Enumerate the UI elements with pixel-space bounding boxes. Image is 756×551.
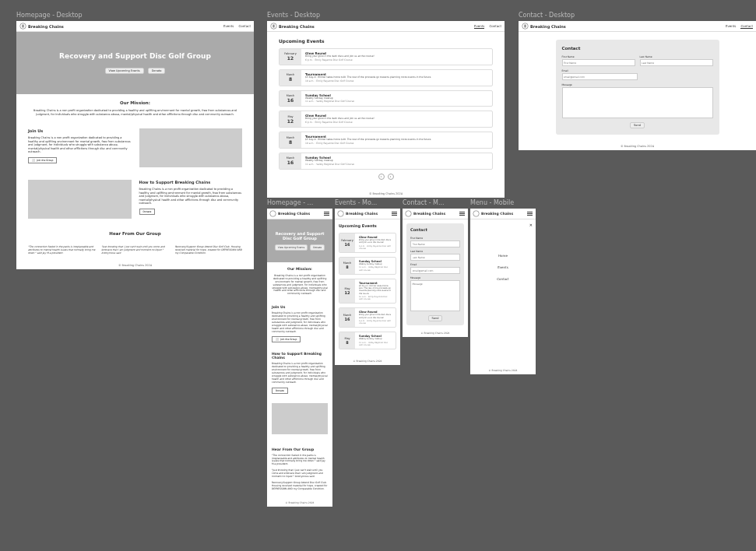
- contact-heading: Contact: [562, 46, 713, 51]
- event-date: March16: [280, 91, 301, 107]
- header: Breaking Chains Events Contact: [519, 21, 756, 32]
- send-button[interactable]: Send: [428, 315, 443, 321]
- last-name-label: Last Name: [640, 55, 713, 58]
- prev-page-button[interactable]: ‹: [378, 174, 385, 180]
- last-name-label: Last Name: [410, 250, 460, 253]
- hero-title: Recovery and Support Disc Golf Group: [271, 231, 329, 240]
- menu-button[interactable]: [324, 211, 330, 217]
- artboard-label: Contact - Desktop: [519, 12, 756, 19]
- event-date: February12: [280, 49, 301, 65]
- footer: © Breaking Chains 2024: [16, 261, 254, 269]
- donate-button[interactable]: Donate: [148, 68, 166, 74]
- event-card[interactable]: March16Glow RoundBring your glow in the …: [339, 307, 396, 328]
- menu-item-events[interactable]: Events: [498, 265, 508, 269]
- close-icon[interactable]: ✕: [529, 223, 533, 227]
- testimonial: Recovery/Support Group Attend Disc Golf …: [175, 246, 242, 255]
- event-info: Glow RoundBring your glow in the dark di…: [355, 233, 396, 252]
- event-card[interactable]: February16Glow RoundBring your glow in t…: [339, 233, 396, 253]
- testimonial: "Just knowing that I just can't wait unt…: [272, 469, 328, 479]
- brand[interactable]: Breaking Chains: [473, 210, 513, 217]
- view-events-button[interactable]: View Upcoming Events: [275, 244, 308, 251]
- event-card[interactable]: May8Sunday SchoolWeekly Sunday meetup11 …: [339, 332, 396, 349]
- nav-contact[interactable]: Contact: [489, 24, 501, 29]
- join-section: Join Us Breaking Chains is a non profit …: [16, 122, 254, 174]
- email-input[interactable]: [562, 73, 638, 80]
- donate-button[interactable]: Donate: [310, 244, 325, 251]
- brand[interactable]: Breaking Chains: [405, 210, 445, 217]
- join-heading: Join Us: [272, 305, 328, 309]
- logo-icon: [270, 23, 277, 30]
- nav-events[interactable]: Events: [223, 24, 234, 28]
- last-name-input[interactable]: [410, 254, 460, 261]
- join-group-button[interactable]: ⬜Join the Group: [272, 336, 301, 342]
- event-date: March8: [339, 258, 355, 274]
- brand[interactable]: Breaking Chains: [19, 23, 64, 30]
- svg-rect-3: [273, 25, 274, 28]
- send-button[interactable]: Send: [630, 122, 645, 128]
- event-card[interactable]: March16Sunday SchoolWeekly Sunday meetup…: [279, 153, 493, 170]
- logo-icon: [405, 210, 412, 217]
- event-info: Sunday SchoolWeekly Sunday meetup11 a.m.…: [355, 332, 396, 349]
- donate-button[interactable]: Donate: [139, 209, 156, 215]
- testimonial: "The connection fueled in the parks is i…: [28, 246, 95, 255]
- brand[interactable]: Breaking Chains: [270, 23, 315, 30]
- svg-point-8: [406, 211, 412, 217]
- event-card[interactable]: March16Sunday SchoolWeekly Sunday meetup…: [279, 90, 493, 107]
- event-info: Sunday SchoolWeekly Sunday meetup11 a.m.…: [301, 153, 492, 169]
- nav-contact[interactable]: Contact: [238, 24, 251, 28]
- mission-text: Breaking Chains is a non profit organiza…: [272, 275, 328, 296]
- event-card[interactable]: March8Sunday SchoolWeekly Sunday meetup1…: [339, 257, 396, 275]
- brand-text: Breaking Chains: [346, 212, 378, 216]
- first-name-input[interactable]: [562, 59, 635, 66]
- brand[interactable]: Breaking Chains: [269, 210, 310, 217]
- event-desc: Weekly Sunday meetup: [359, 338, 392, 340]
- event-card[interactable]: May12Tournament$5 buy-in. Winner takes h…: [339, 279, 396, 304]
- donate-button[interactable]: Donate: [272, 388, 288, 394]
- event-card[interactable]: February12Glow RoundBring your glow in t…: [279, 48, 493, 65]
- mission-text: Breaking Chains is a non profit organiza…: [28, 109, 242, 116]
- menu-button[interactable]: [392, 211, 398, 217]
- event-card[interactable]: March8Tournament$5 buy-in. Winner takes …: [279, 132, 493, 149]
- event-meta: 6 p.m. · Emily Rayanne Disc Golf Course: [305, 121, 488, 125]
- event-date: May8: [339, 332, 355, 349]
- svg-point-9: [473, 211, 480, 217]
- event-card[interactable]: May12Glow RoundBring your glow in the da…: [279, 111, 493, 128]
- nav-events[interactable]: Events: [726, 24, 737, 29]
- menu-button[interactable]: [459, 211, 466, 217]
- testimonial: "The connection fueled in the parks is i…: [272, 454, 328, 467]
- mission-section: Our Mission: Breaking Chains is a non pr…: [16, 94, 254, 122]
- menu-item-contact[interactable]: Contact: [497, 277, 509, 281]
- view-events-button[interactable]: View Upcoming Events: [105, 68, 144, 74]
- email-input[interactable]: [410, 267, 460, 274]
- message-textarea[interactable]: [562, 87, 713, 118]
- nav: Events Contact: [223, 24, 251, 28]
- artboard-label: Events - Desktop: [267, 12, 505, 19]
- join-heading: Join Us: [28, 128, 132, 133]
- next-page-button[interactable]: ›: [388, 174, 394, 180]
- last-name-input[interactable]: [640, 59, 713, 66]
- artboard-label: Events - Mo...: [335, 199, 400, 206]
- footer: © Breaking Chains 2024: [470, 367, 536, 374]
- brand[interactable]: Breaking Chains: [337, 210, 378, 217]
- hear-heading: Hear From Our Group: [28, 231, 242, 236]
- first-name-input[interactable]: [410, 240, 460, 247]
- nav-contact[interactable]: Contact: [740, 24, 753, 29]
- event-card[interactable]: March8Tournament$5 buy-in. Winner takes …: [279, 69, 493, 86]
- message-textarea[interactable]: [410, 280, 460, 311]
- brand[interactable]: Breaking Chains: [522, 23, 566, 30]
- artboard-label: Menu - Mobile: [470, 199, 536, 206]
- event-info: Sunday SchoolWeekly Sunday meetup11 a.m.…: [355, 258, 396, 274]
- support-heading: How to Support Breaking Chains: [272, 352, 328, 360]
- event-date: May12: [280, 111, 301, 127]
- artboard-label: Contact - M...: [403, 199, 468, 206]
- menu-button[interactable]: [527, 211, 533, 217]
- menu-item-home[interactable]: Home: [498, 254, 508, 258]
- support-section: How to Support Breaking Chains Breaking …: [16, 174, 254, 225]
- brand-text: Breaking Chains: [279, 24, 315, 29]
- join-group-button[interactable]: ⬜Join the Group: [28, 157, 57, 163]
- logo-icon: [19, 23, 26, 30]
- event-meta: 10 a.m. · Emily Rayanne Disc Golf Course: [305, 142, 488, 146]
- event-date: March8: [280, 132, 301, 148]
- footer: © Breaking Chains 2024: [267, 190, 505, 198]
- nav-events[interactable]: Events: [474, 24, 485, 29]
